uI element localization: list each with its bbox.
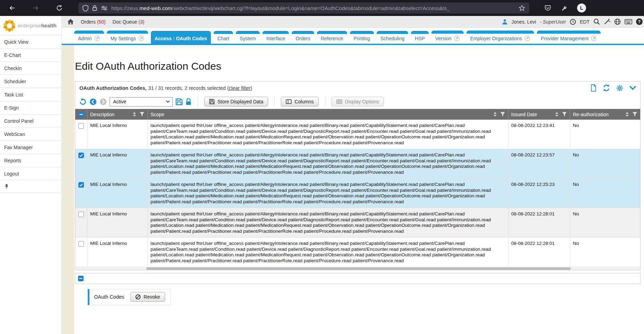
lock-icon[interactable] xyxy=(92,5,97,11)
tab-scheduling[interactable]: Scheduling xyxy=(377,31,408,44)
sidebar-item-logout[interactable]: Logout xyxy=(0,167,61,180)
checkbox-checked-icon[interactable] xyxy=(78,153,84,158)
row-checkbox-cell[interactable] xyxy=(75,120,87,149)
filter-icon[interactable] xyxy=(139,112,145,117)
store-displayed-data-button[interactable]: Store Displayed Data xyxy=(204,97,268,106)
sidebar-item-task-list[interactable]: Task List xyxy=(0,88,61,101)
filter-icon[interactable] xyxy=(562,112,567,117)
chevron-down-icon[interactable] xyxy=(629,86,636,90)
globe-icon[interactable] xyxy=(614,18,621,25)
display-options-button[interactable]: Display Options xyxy=(332,97,384,106)
document-icon[interactable] xyxy=(591,84,596,92)
table-row[interactable]: MIE Local Infernolaunch/patient openid f… xyxy=(75,149,640,178)
next-page-icon[interactable] xyxy=(100,98,107,105)
tab-access-oauth-codes[interactable]: Access : OAuth Codes xyxy=(151,31,211,44)
tab-my-settings[interactable]: My Settings xyxy=(107,31,148,44)
sidebar-item-scheduler[interactable]: Scheduler xyxy=(0,75,61,88)
status-filter-select[interactable]: Active xyxy=(110,97,173,106)
home-icon[interactable] xyxy=(67,19,74,25)
sidebar-item-e-sign[interactable]: E-Sign xyxy=(0,101,61,114)
keyboard-icon[interactable] xyxy=(625,19,632,24)
wand-icon[interactable] xyxy=(604,18,610,25)
sidebar-item-quick-view[interactable]: Quick View xyxy=(0,35,61,49)
checkbox-icon[interactable] xyxy=(78,123,84,129)
save-filter-icon[interactable] xyxy=(175,98,183,105)
tab-system[interactable]: System xyxy=(236,31,260,44)
tab-cap xyxy=(350,31,374,34)
filter-icon[interactable] xyxy=(500,112,505,117)
column-header-reauthorization[interactable]: Re-authorization xyxy=(570,109,640,120)
sidebar-item-fax-manager[interactable]: Fax Manager xyxy=(0,141,61,154)
column-header-description[interactable]: Description xyxy=(87,109,147,120)
revoke-button[interactable]: Revoke xyxy=(130,292,165,302)
tab-interface[interactable]: Interface xyxy=(263,31,289,44)
sort-icon[interactable] xyxy=(625,112,629,117)
url-bar[interactable]: https://zeus.med-web.com/webchart/wctlev… xyxy=(78,2,529,14)
clock-icon[interactable] xyxy=(570,19,576,25)
browser-reload-button[interactable] xyxy=(54,5,65,11)
select-all-checkbox[interactable] xyxy=(75,109,87,120)
tab-version[interactable]: Version xyxy=(431,31,464,44)
tab-chart[interactable]: Chart xyxy=(214,31,233,44)
profile-avatar[interactable]: L xyxy=(577,3,586,12)
tab-label: Orders xyxy=(295,36,310,41)
sidebar-item-webscan[interactable]: WebScan xyxy=(0,128,61,141)
help-icon[interactable]: ? xyxy=(636,18,643,25)
tracking-shield-icon[interactable] xyxy=(83,5,88,11)
table-row[interactable]: MIE Local Infernolaunch/patient openid f… xyxy=(75,237,640,267)
search-icon[interactable] xyxy=(593,18,600,25)
table-row[interactable]: MIE Local Infernolaunch/patient openid f… xyxy=(75,178,640,208)
tab-hsp[interactable]: HSP xyxy=(411,31,429,44)
row-checkbox-cell[interactable] xyxy=(75,208,87,237)
checkbox-icon[interactable] xyxy=(78,241,84,247)
refresh-icon[interactable] xyxy=(603,84,610,92)
checkbox-indeterminate-icon[interactable] xyxy=(78,112,84,117)
row-checkbox-cell[interactable] xyxy=(75,149,87,178)
wrench-icon[interactable] xyxy=(561,5,567,11)
sidebar-item-e-chart[interactable]: E-Chart xyxy=(0,49,61,62)
doc-queue-link[interactable]: Doc Queue (3) xyxy=(113,19,145,25)
page-title: Edit OAuth Authorization Codes xyxy=(75,60,644,72)
checkbox-checked-icon[interactable] xyxy=(78,182,84,188)
pin-icon[interactable] xyxy=(4,184,9,189)
sort-icon[interactable] xyxy=(555,112,559,117)
user-name[interactable]: Jones, Levi xyxy=(512,19,536,25)
sidebar-item-checkin[interactable]: Checkin xyxy=(0,62,61,75)
columns-button[interactable]: Columns xyxy=(281,97,318,106)
gear-icon[interactable] xyxy=(616,85,623,92)
permissions-sliders-icon[interactable] xyxy=(101,6,108,10)
pocket-icon[interactable] xyxy=(544,5,551,11)
tab-admin[interactable]: Admin xyxy=(74,31,104,44)
row-scope: launch/patient openid fhirUser offline_a… xyxy=(147,120,508,149)
sort-icon[interactable] xyxy=(493,112,497,117)
tab-employer-organizations[interactable]: Employer Organizations xyxy=(466,31,534,44)
tab-provider-management[interactable]: Provider Management xyxy=(537,31,601,44)
checkbox-icon[interactable] xyxy=(78,212,84,217)
orders-link[interactable]: Orders (50) xyxy=(81,19,106,25)
lock-filter-icon[interactable] xyxy=(186,98,191,105)
browser-forward-button[interactable] xyxy=(31,5,41,11)
oauth-codes-tab[interactable]: OAuth Codes Revoke xyxy=(88,289,171,305)
table-row[interactable]: MIE Local Infernolaunch/patient openid f… xyxy=(75,120,640,149)
sort-icon[interactable] xyxy=(132,112,136,117)
column-header-scope[interactable]: Scope xyxy=(147,109,508,120)
horizontal-scrollbar-thumb[interactable] xyxy=(146,267,571,270)
row-issued-date: 08-08-2022 12:25:23 xyxy=(508,179,570,208)
checkbox-indeterminate-icon[interactable] xyxy=(78,276,84,281)
undo-icon[interactable] xyxy=(79,98,87,106)
clear-filter-link[interactable]: clear filter xyxy=(229,85,251,91)
tab-reference[interactable]: Reference xyxy=(317,31,347,44)
row-checkbox-cell[interactable] xyxy=(75,238,87,267)
tab-printing[interactable]: Printing xyxy=(350,31,374,44)
browser-back-button[interactable] xyxy=(7,5,17,11)
sidebar-item-control-panel[interactable]: Control Panel xyxy=(0,114,61,128)
prev-page-icon[interactable] xyxy=(89,98,97,105)
row-checkbox-cell[interactable] xyxy=(75,179,87,208)
table-row[interactable]: MIE Local Infernolaunch/patient openid f… xyxy=(75,208,640,237)
bookmark-star-icon[interactable] xyxy=(519,5,525,11)
tab-orders[interactable]: Orders xyxy=(292,31,314,44)
sidebar-item-reports[interactable]: Reports xyxy=(0,154,61,167)
filter-icon[interactable] xyxy=(632,112,637,117)
sidebar-pin-row[interactable] xyxy=(0,180,61,193)
column-header-issued-date[interactable]: Issued Date xyxy=(508,109,570,120)
